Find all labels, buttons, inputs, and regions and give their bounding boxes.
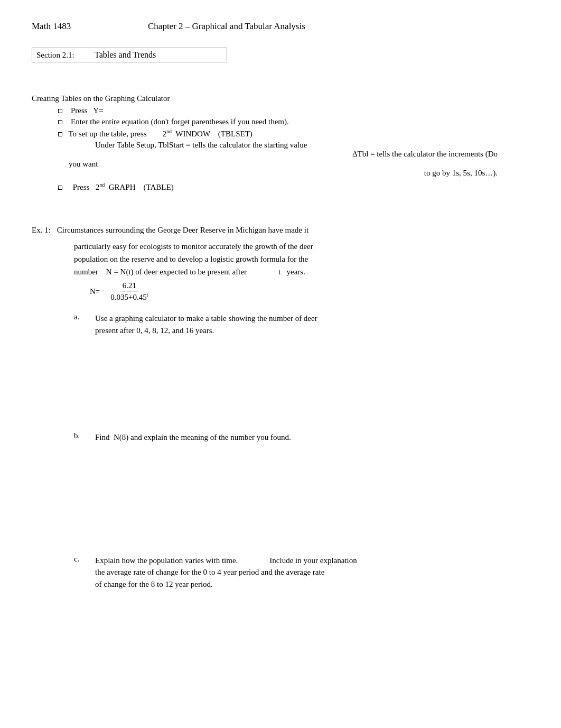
ex1-body: particularly easy for ecologists to moni… — [32, 240, 529, 590]
ex1-intro: Circumstances surrounding the George Dee… — [57, 226, 308, 235]
q-b-text: Find N(8) and explain the meaning of the… — [95, 431, 291, 444]
bullet-icon — [58, 109, 62, 113]
tblstart-text: Under Table Setup, TblStart = tells the … — [95, 141, 307, 149]
you-want: you want — [32, 160, 529, 169]
tblstart-line: Under Table Setup, TblStart = tells the … — [32, 141, 529, 150]
creating-tables-heading: Creating Tables on the Graphing Calculat… — [32, 94, 529, 103]
bullet-icon-3 — [58, 132, 62, 136]
question-b: b. Find N(8) and explain the meaning of … — [74, 431, 529, 444]
ex1-paragraph: particularly easy for ecologists to moni… — [74, 240, 529, 278]
bullet-icon-2 — [58, 120, 62, 124]
spacer-b — [74, 449, 529, 496]
question-a: a. Use a graphing calculator to make a t… — [74, 312, 529, 336]
step-enter-equation: Enter the entire equation (don't forget … — [32, 117, 529, 126]
q-c-text: Explain how the population varies with t… — [95, 555, 357, 591]
q-b-label: b. — [74, 431, 89, 440]
q-a-text: Use a graphing calculator to make a tabl… — [95, 312, 317, 336]
enter-equation-text: Enter the entire equation (don't forget … — [71, 117, 289, 126]
formula-block: N= 6.21 0.035+0.45t — [90, 281, 529, 302]
question-c: c. Explain how the population varies wit… — [74, 555, 529, 591]
step-press-y: Press Y= — [32, 106, 529, 115]
to-set-up-text: To set up the table, press 2nd WINDOW (T… — [67, 128, 253, 139]
formula-n-label: N= — [90, 287, 100, 296]
formula-numerator: 6.21 — [120, 281, 138, 291]
press-label: Press Y= — [71, 106, 104, 115]
spacer-b2 — [74, 496, 529, 544]
press-graph-text: Press 2nd GRAPH (TABLE) — [71, 182, 174, 192]
ex1-label: Ex. 1: — [32, 226, 51, 235]
chapter-title: Chapter 2 – Graphical and Tabular Analys… — [148, 21, 305, 32]
page-header: Math 1483 Chapter 2 – Graphical and Tabu… — [32, 21, 529, 32]
formula-exp: t — [147, 292, 148, 298]
ex1-header: Ex. 1: Circumstances surrounding the Geo… — [32, 226, 529, 235]
delta-line: ∆Tbl = tells the calculator the incremen… — [32, 150, 529, 159]
step-table-setup: To set up the table, press 2nd WINDOW (T… — [32, 128, 529, 139]
press-graph-line: Press 2nd GRAPH (TABLE) — [32, 182, 529, 192]
spacer-a — [74, 342, 529, 389]
q-a-label: a. — [74, 312, 89, 321]
bullet-icon-4 — [58, 186, 62, 190]
section-bar: Section 2.1: Tables and Trends — [32, 48, 227, 62]
formula-fraction: 6.21 0.035+0.45t — [108, 281, 150, 302]
example-1: Ex. 1: Circumstances surrounding the Geo… — [32, 226, 529, 590]
section-label: Section 2.1: — [36, 51, 89, 60]
formula-denominator: 0.035+0.45t — [108, 291, 150, 302]
course-title: Math 1483 — [32, 21, 116, 32]
spacer-a2 — [74, 389, 529, 421]
q-c-label: c. — [74, 555, 89, 564]
section-title: Tables and Trends — [95, 50, 156, 60]
go-by-line: to go by 1s, 5s, 10s…). — [32, 169, 529, 178]
